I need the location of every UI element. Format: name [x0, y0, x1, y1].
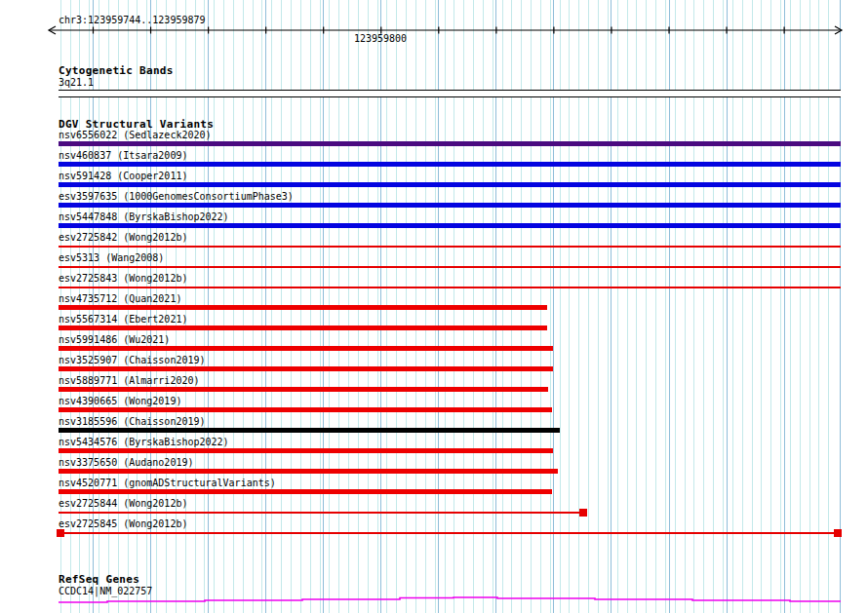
variant-endpoint-marker[interactable]	[57, 529, 64, 537]
variant-bar[interactable]	[59, 448, 553, 453]
variant-endpoint-marker[interactable]	[834, 529, 842, 537]
variant-line[interactable]	[59, 512, 582, 514]
variant-label: nsv460837 (Itsara2009)	[59, 150, 187, 161]
variant-bar[interactable]	[59, 141, 841, 146]
variant-label: nsv591428 (Cooper2011)	[59, 171, 187, 181]
variant-bar[interactable]	[59, 346, 553, 351]
variant-bar[interactable]	[59, 305, 547, 310]
variant-bar[interactable]	[59, 326, 547, 330]
variant-label: nsv5889771 (Almarri2020)	[59, 375, 200, 386]
variant-label: esv2725844 (Wong2012b)	[59, 498, 187, 509]
variant-label: esv2725845 (Wong2012b)	[59, 518, 187, 529]
variant-line[interactable]	[59, 532, 841, 534]
variant-bar[interactable]	[59, 469, 558, 474]
variant-label: esv2725842 (Wong2012b)	[59, 232, 187, 243]
variant-line[interactable]	[59, 287, 841, 288]
variant-bar[interactable]	[59, 489, 552, 494]
variant-label: nsv5991486 (Wu2021)	[59, 334, 170, 345]
variant-bar[interactable]	[59, 387, 548, 392]
variant-line[interactable]	[59, 266, 841, 268]
variant-label: nsv4520771 (gnomADStructuralVariants)	[59, 478, 276, 488]
variant-bar[interactable]	[59, 366, 553, 371]
variant-label: nsv5567314 (Ebert2021)	[59, 314, 187, 325]
variant-bar[interactable]	[59, 203, 841, 208]
variant-bar[interactable]	[59, 182, 841, 187]
variant-label: nsv3375650 (Audano2019)	[59, 457, 193, 468]
variant-line[interactable]	[59, 246, 841, 248]
variant-label: nsv5434576 (ByrskaBishop2022)	[59, 437, 229, 447]
variant-label: nsv4390665 (Wong2019)	[59, 396, 181, 406]
variant-label: nsv5447848 (ByrskaBishop2022)	[59, 211, 229, 222]
variant-endpoint-marker[interactable]	[579, 509, 587, 517]
variant-label: nsv3185596 (Chaisson2019)	[59, 416, 206, 427]
variant-bar[interactable]	[59, 428, 560, 433]
variant-rows-layer: nsv6556022 (Sedlazeck2020)nsv460837 (Its…	[0, 0, 868, 613]
variant-label: esv2725843 (Wong2012b)	[59, 273, 187, 284]
variant-bar[interactable]	[59, 223, 841, 228]
variant-label: esv5313 (Wang2008)	[59, 252, 164, 263]
variant-label: esv3597635 (1000GenomesConsortiumPhase3)	[59, 191, 294, 202]
variant-label: nsv4735712 (Quan2021)	[59, 293, 181, 304]
variant-label: nsv3525907 (Chaisson2019)	[59, 355, 206, 365]
variant-bar[interactable]	[59, 407, 552, 412]
genome-browser-view: nsv6556022 (Sedlazeck2020)nsv460837 (Its…	[0, 0, 868, 613]
variant-bar[interactable]	[59, 162, 841, 167]
variant-label: nsv6556022 (Sedlazeck2020)	[59, 130, 212, 140]
